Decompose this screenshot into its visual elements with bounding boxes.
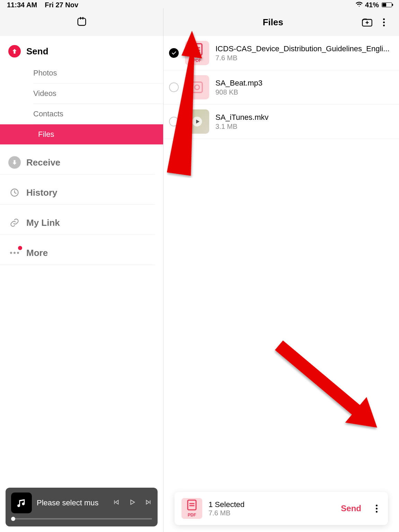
checkbox-icon[interactable] [169, 48, 179, 58]
sidebar-mylink-label: My Link [26, 218, 60, 228]
pdf-thumb-icon: PDF [181, 498, 202, 519]
sidebar: Send Photos Videos Contacts Files Receiv… [0, 36, 163, 265]
sidebar-sub-files[interactable]: Files [0, 124, 163, 144]
pdf-badge: PDF [188, 513, 196, 517]
file-name: SA_Beat.mp3 [215, 79, 263, 88]
sidebar-sub-videos-label: Videos [33, 89, 56, 98]
file-list: PDF ICDS-CAS_Device_Distribution_Guideli… [163, 36, 399, 139]
sidebar-item-send[interactable]: Send [0, 39, 163, 63]
sidebar-sub-contacts-label: Contacts [33, 109, 63, 118]
video-thumb-icon [185, 109, 209, 134]
sidebar-item-history[interactable]: History [0, 181, 155, 205]
music-player[interactable]: Please select mus [6, 488, 158, 526]
annotation-arrow-icon [254, 327, 399, 445]
sidebar-item-receive[interactable]: Receive [0, 151, 155, 175]
status-left: 11:34 AM Fri 27 Nov [7, 1, 78, 9]
svg-rect-0 [78, 18, 86, 26]
pdf-thumb-icon: PDF [185, 41, 209, 65]
sidebar-item-more[interactable]: More [0, 241, 155, 265]
kebab-icon [376, 505, 378, 513]
new-folder-button[interactable] [359, 17, 375, 27]
checkbox-icon[interactable] [169, 117, 179, 126]
status-time: 11:34 AM [7, 1, 37, 9]
file-row[interactable]: SA_iTunes.mkv 3.1 MB [163, 105, 399, 139]
music-thumb-icon [11, 493, 32, 513]
selected-count: 1 Selected [209, 500, 245, 509]
svg-marker-12 [345, 397, 388, 440]
prev-track-icon[interactable] [113, 498, 120, 507]
music-progress[interactable] [11, 518, 152, 520]
more-options-button[interactable] [375, 18, 392, 26]
sidebar-sub-videos[interactable]: Videos [33, 83, 163, 104]
music-title: Please select mus [37, 498, 108, 507]
clock-icon [8, 186, 21, 199]
checkbox-icon[interactable] [169, 82, 179, 92]
left-header [0, 8, 163, 36]
svg-rect-5 [192, 44, 202, 55]
file-size: 908 KB [215, 88, 263, 96]
svg-point-7 [195, 85, 199, 89]
selection-more-button[interactable] [372, 501, 381, 516]
sidebar-sub-contacts[interactable]: Contacts [33, 104, 163, 124]
sidebar-history-label: History [26, 187, 57, 198]
pdf-badge: PDF [193, 58, 201, 63]
right-header: Files [163, 8, 399, 36]
play-icon[interactable] [128, 498, 136, 507]
battery-pct: 41% [365, 1, 379, 9]
svg-rect-2 [82, 17, 83, 20]
sidebar-sub-photos[interactable]: Photos [33, 63, 163, 83]
arrow-down-icon [8, 156, 21, 169]
arrow-up-icon [8, 45, 21, 57]
file-row[interactable]: PDF ICDS-CAS_Device_Distribution_Guideli… [163, 36, 399, 70]
file-name: SA_iTunes.mkv [215, 113, 268, 122]
audio-thumb-icon [185, 75, 209, 99]
file-size: 3.1 MB [215, 123, 268, 131]
file-name: ICDS-CAS_Device_Distribution_Guidelines_… [215, 44, 390, 53]
sidebar-sub-files-label: Files [38, 130, 54, 139]
page-title: Files [187, 17, 359, 28]
send-button-label: Send [341, 504, 361, 513]
kebab-icon [383, 18, 385, 26]
svg-rect-6 [192, 82, 202, 92]
sidebar-item-mylink[interactable]: My Link [0, 211, 155, 235]
sidebar-sub-photos-label: Photos [33, 69, 57, 77]
battery-icon [382, 2, 392, 7]
next-track-icon[interactable] [144, 498, 152, 507]
svg-rect-11 [275, 340, 363, 417]
status-date: Fri 27 Nov [45, 1, 78, 9]
sidebar-receive-label: Receive [26, 157, 60, 168]
svg-rect-9 [188, 500, 196, 510]
wifi-icon [355, 1, 363, 9]
file-size: 7.6 MB [215, 54, 390, 62]
more-icon [8, 247, 21, 259]
notification-badge-icon [18, 246, 22, 250]
status-bar: 11:34 AM Fri 27 Nov 41% [0, 0, 399, 8]
selection-footer: PDF 1 Selected 7.6 MB Send [175, 492, 388, 525]
app-logo-icon[interactable] [77, 16, 87, 28]
link-icon [8, 216, 21, 229]
sidebar-more-label: More [26, 248, 48, 258]
selected-size: 7.6 MB [209, 509, 245, 517]
svg-rect-1 [80, 17, 81, 20]
sidebar-send-label: Send [26, 46, 48, 57]
file-row[interactable]: SA_Beat.mp3 908 KB [163, 70, 399, 105]
send-button[interactable]: Send [336, 500, 366, 517]
